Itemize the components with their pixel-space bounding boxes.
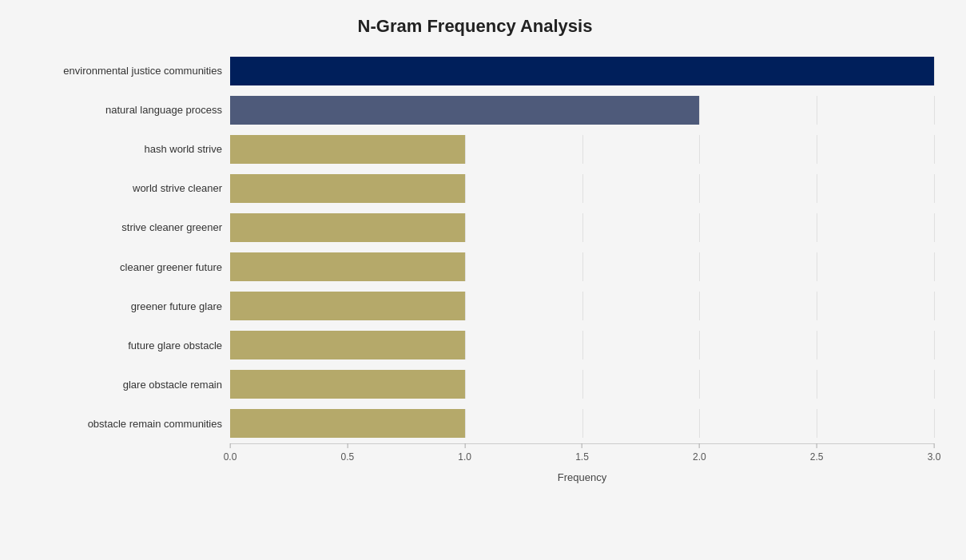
bar-fill: [230, 57, 934, 85]
bar-row: future glare obstacle: [16, 326, 934, 365]
bar-track: [230, 252, 934, 281]
x-tick: 2.0: [693, 443, 706, 463]
chart-container: N-Gram Frequency Analysis environmental …: [0, 0, 966, 560]
x-tick: 2.5: [810, 443, 824, 463]
bar-fill: [230, 252, 465, 281]
x-axis-title: Frequency: [558, 471, 606, 483]
bar-row: glare obstacle remain: [16, 365, 934, 404]
x-tick-line: [817, 443, 817, 448]
x-tick-label: 1.5: [575, 451, 589, 463]
bar-fill: [230, 409, 465, 438]
bar-row: natural language process: [16, 90, 934, 129]
bar-track: [230, 57, 934, 85]
bar-row: strive cleaner greener: [16, 208, 934, 247]
bar-row: greener future glare: [16, 287, 934, 326]
bar-label: environmental justice communities: [16, 65, 230, 77]
bar-track: [230, 135, 934, 164]
x-tick: 0.0: [224, 443, 237, 463]
x-tick-label: 2.5: [810, 451, 824, 463]
x-tick-label: 1.0: [458, 451, 471, 463]
bar-label: strive cleaner greener: [16, 221, 230, 233]
bar-track: [230, 96, 934, 125]
bars-wrapper: environmental justice communitiesnatural…: [16, 51, 934, 443]
bar-label: future glare obstacle: [16, 340, 230, 351]
bar-row: world strive cleaner: [16, 169, 934, 208]
bar-row: hash world strive: [16, 129, 934, 169]
x-tick: 3.0: [928, 443, 941, 463]
x-tick-label: 0.0: [224, 451, 237, 463]
x-axis-area: 0.00.51.01.52.02.53.0Frequency: [230, 443, 934, 483]
bar-label: greener future glare: [16, 300, 230, 312]
bar-fill: [230, 174, 465, 203]
bar-fill: [230, 292, 465, 320]
bar-label: glare obstacle remain: [16, 379, 230, 391]
chart-area: environmental justice communitiesnatural…: [16, 51, 934, 483]
x-tick: 1.5: [575, 443, 589, 463]
x-tick-line: [699, 443, 700, 448]
x-tick-line: [464, 443, 465, 448]
x-tick-line: [347, 443, 348, 448]
x-tick-label: 0.5: [340, 451, 354, 463]
bar-track: [230, 174, 934, 203]
bar-label: obstacle remain communities: [16, 418, 230, 430]
x-tick-label: 3.0: [928, 451, 941, 463]
bar-label: cleaner greener future: [16, 261, 230, 273]
bar-row: environmental justice communities: [16, 51, 934, 90]
bar-fill: [230, 331, 465, 359]
bar-fill: [230, 213, 465, 242]
bar-fill: [230, 135, 465, 164]
bar-track: [230, 370, 934, 399]
bar-row: cleaner greener future: [16, 247, 934, 286]
bar-track: [230, 213, 934, 242]
x-tick-line: [934, 443, 935, 448]
bar-track: [230, 409, 934, 438]
x-tick: 1.0: [458, 443, 471, 463]
bar-label: natural language process: [16, 104, 230, 116]
bar-fill: [230, 370, 465, 399]
x-tick: 0.5: [340, 443, 354, 463]
chart-title: N-Gram Frequency Analysis: [16, 16, 934, 37]
x-tick-line: [230, 443, 231, 448]
bar-fill: [230, 96, 699, 125]
x-tick-line: [582, 443, 582, 448]
x-tick-label: 2.0: [693, 451, 706, 463]
bar-row: obstacle remain communities: [16, 404, 934, 443]
bar-label: hash world strive: [16, 143, 230, 155]
bar-label: world strive cleaner: [16, 182, 230, 194]
bar-track: [230, 292, 934, 320]
bar-track: [230, 331, 934, 359]
